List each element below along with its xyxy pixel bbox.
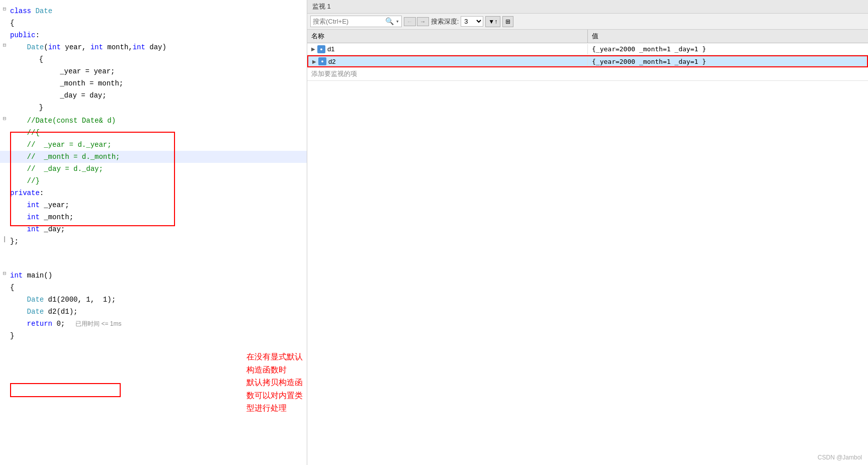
watch-title: 监视 1 bbox=[307, 0, 868, 14]
code-panel: ⊟ class Date { public: ⊟ Date(int year, … bbox=[0, 0, 307, 465]
watch-row-d1: ▶ ● d1 {_year=2000 _month=1 _day=1 } bbox=[307, 43, 868, 55]
annotation-text: 在没有显式默认构造函数时 默认拷贝构造函数可以对内置类型进行处理 bbox=[246, 350, 307, 415]
fold-left-20: | bbox=[0, 236, 9, 243]
code-line-9: } bbox=[0, 102, 307, 114]
watch-table-header: 名称 值 bbox=[307, 30, 868, 43]
depth-select[interactable]: 3 1 2 4 5 bbox=[461, 16, 483, 27]
code-line-main-open: { bbox=[0, 282, 307, 294]
watch-toolbar: 🔍 ▾ ← → 搜索深度: 3 1 2 4 5 ▼↑ ⊞ bbox=[307, 14, 868, 30]
col-value-header: 值 bbox=[588, 30, 868, 43]
d2-label: d2 bbox=[328, 58, 335, 65]
d1-label: d1 bbox=[327, 45, 334, 53]
code-line-d2: Date d2(d1); bbox=[0, 306, 307, 318]
code-line-1: ⊟ class Date bbox=[0, 5, 307, 17]
search-dropdown[interactable]: ▾ bbox=[396, 18, 399, 25]
code-line-main-close: } bbox=[0, 330, 307, 342]
code-line-19: int _day; bbox=[0, 223, 307, 235]
code-line-11: //{ bbox=[0, 127, 307, 139]
watch-row-d1-value: {_year=2000 _month=1 _day=1 } bbox=[588, 44, 868, 54]
depth-label: 搜索深度: bbox=[431, 17, 459, 26]
code-line-blank bbox=[0, 247, 307, 258]
filter-btn[interactable]: ▼↑ bbox=[485, 16, 500, 27]
nav-back-btn[interactable]: ← bbox=[404, 17, 416, 26]
code-line-4: ⊟ Date(int year, int month,int day) bbox=[0, 41, 307, 53]
expand-arrow-d2[interactable]: ▶ bbox=[312, 59, 316, 64]
var-icon-d1: ● bbox=[317, 45, 325, 53]
nav-arrows: ← → bbox=[404, 17, 429, 26]
add-watch-row[interactable]: 添加要监视的项 bbox=[307, 67, 868, 81]
search-box: 🔍 ▾ bbox=[310, 16, 402, 27]
watch-row-d2: ▶ ● d2 {_year=2000 _month=1 _day=1 } bbox=[307, 55, 868, 67]
code-line-d1: Date d1(2000, 1, 1); bbox=[0, 294, 307, 306]
search-icon[interactable]: 🔍 bbox=[385, 17, 394, 26]
search-input[interactable] bbox=[313, 18, 383, 25]
refresh-icon: ⊞ bbox=[505, 18, 510, 25]
code-line-16: private: bbox=[0, 187, 307, 199]
watch-panel: 监视 1 🔍 ▾ ← → 搜索深度: 3 1 2 4 5 ▼↑ ⊞ 名称 值 bbox=[307, 0, 868, 465]
code-line-13: // _month = d._month; bbox=[0, 151, 307, 163]
code-line-15: //} bbox=[0, 175, 307, 187]
red-box-d2 bbox=[10, 383, 121, 397]
code-line-10: ⊟ //Date(const Date& d) bbox=[0, 115, 307, 127]
var-icon-d2: ● bbox=[318, 57, 326, 65]
code-line-20: | }; bbox=[0, 235, 307, 247]
fold-btn-4[interactable]: ⊟ bbox=[0, 42, 9, 48]
fold-btn-main[interactable]: ⊟ bbox=[0, 270, 9, 276]
watch-row-d2-value: {_year=2000 _month=1 _day=1 } bbox=[588, 57, 867, 66]
filter-icon: ▼↑ bbox=[488, 18, 497, 25]
fold-btn-10[interactable]: ⊟ bbox=[0, 115, 9, 122]
code-line-18: int _month; bbox=[0, 211, 307, 223]
code-line-8: _day = day; bbox=[0, 89, 307, 102]
watch-row-d2-name[interactable]: ▶ ● d2 bbox=[308, 56, 588, 66]
annotation-line1: 在没有显式默认构造函数时 bbox=[246, 350, 307, 376]
code-line-3: public: bbox=[0, 29, 307, 41]
code-line-12: // _year = d._year; bbox=[0, 139, 307, 151]
nav-forward-btn[interactable]: → bbox=[417, 17, 429, 26]
col-name-header: 名称 bbox=[307, 30, 588, 43]
code-line-6: _year = year; bbox=[0, 65, 307, 77]
watch-table: 名称 值 ▶ ● d1 {_year=2000 _month=1 _day=1 … bbox=[307, 30, 868, 465]
annotation-line2: 默认拷贝构造函数可以对内置类型进行处理 bbox=[246, 376, 307, 415]
refresh-btn[interactable]: ⊞ bbox=[502, 16, 513, 27]
code-line-return: return 0; 已用时间 <= 1ms bbox=[0, 318, 307, 330]
code-line-blank2 bbox=[0, 258, 307, 269]
watch-row-d1-name[interactable]: ▶ ● d1 bbox=[307, 44, 588, 54]
code-line-7: _month = month; bbox=[0, 77, 307, 89]
fold-btn-1[interactable]: ⊟ bbox=[0, 6, 9, 12]
code-line-2: { bbox=[0, 17, 307, 29]
code-line-main: ⊟ int main() bbox=[0, 269, 307, 282]
watermark: CSDN @Jambol bbox=[818, 454, 862, 461]
code-line-17: int _year; bbox=[0, 199, 307, 211]
code-line-14: // _day = d._day; bbox=[0, 163, 307, 175]
expand-arrow-d1[interactable]: ▶ bbox=[311, 46, 315, 52]
code-line-5: { bbox=[0, 53, 307, 65]
